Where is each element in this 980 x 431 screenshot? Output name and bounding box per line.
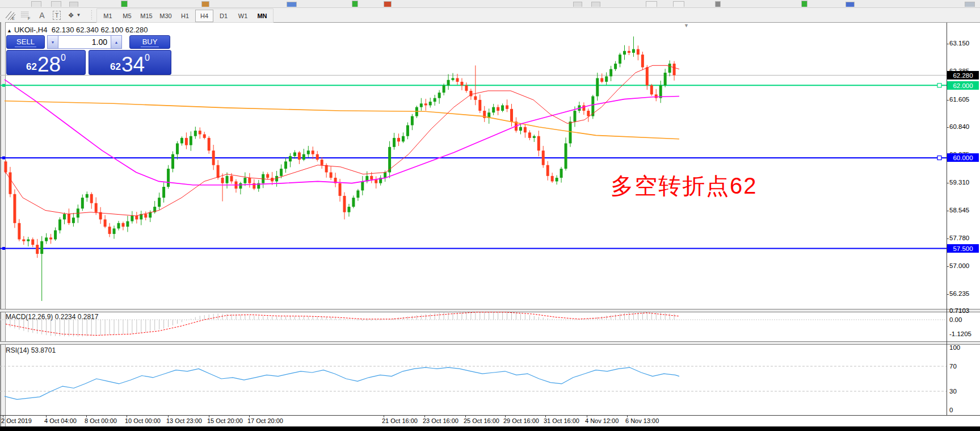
- main-chart-plot[interactable]: [0, 23, 947, 309]
- macd-axis-label: -1.1205: [949, 330, 971, 337]
- timeframe-button-m5[interactable]: M5: [118, 10, 136, 22]
- candles-series: [5, 36, 676, 301]
- toolbar-icon-fragment[interactable]: [352, 1, 358, 7]
- rsi-plot: [0, 344, 947, 415]
- price-tick: [947, 100, 949, 101]
- time-axis-label: 29 Oct 16:00: [503, 417, 539, 424]
- hline-62000-left-handle: [2, 84, 5, 87]
- toolbar-icon-fragment[interactable]: [715, 1, 721, 7]
- toolbar-icon-fragment[interactable]: [69, 2, 78, 7]
- time-axis-label: 17 Oct 20:00: [247, 417, 283, 424]
- timeframe-button-mn[interactable]: MN: [253, 10, 271, 22]
- ma-fast-red: [5, 65, 679, 216]
- toolbar-icon-fragment[interactable]: [287, 2, 297, 7]
- toolbar-icon-fragment[interactable]: [31, 1, 41, 7]
- price-axis-label: 57.000: [949, 262, 969, 269]
- equidistant-channel-icon[interactable]: E: [3, 9, 17, 21]
- timeframe-button-w1[interactable]: W1: [234, 10, 252, 22]
- rsi-axis-label: 0: [949, 407, 953, 413]
- toolbar-icon-fragment[interactable]: [573, 2, 582, 7]
- toolbar-icon-fragment[interactable]: [801, 1, 807, 7]
- rsi-axis-label: 100: [949, 344, 960, 351]
- macd-histogram: [6, 312, 674, 337]
- time-axis-line: [0, 415, 980, 416]
- rsi-axis-label: 70: [949, 363, 957, 370]
- toolbar-icon-fragment[interactable]: [965, 2, 975, 7]
- macd-signal-line: [6, 312, 679, 336]
- price-axis-label: 59.310: [949, 179, 969, 186]
- price-tick: [947, 211, 949, 211]
- price-axis-label: 56.235: [949, 290, 969, 297]
- price-axis-label: 57.780: [949, 235, 969, 241]
- hline-57500-left-handle: [2, 247, 5, 250]
- toolbar-top-strip: [0, 0, 980, 8]
- macd-plot: [0, 312, 947, 341]
- timeframe-button-h1[interactable]: H1: [176, 10, 194, 22]
- toolbar-icon-fragment[interactable]: [591, 2, 600, 7]
- hline-60000-handle: [937, 156, 941, 160]
- toolbar-icon-fragment[interactable]: [646, 1, 657, 7]
- mt4-terminal: E F A T ❖▼ M1M5M15M30H1H4D1W1MN ▲UK: [0, 0, 980, 431]
- time-axis-label: 2 Oct 2019: [1, 417, 32, 424]
- time-axis-label: 15 Oct 20:00: [207, 417, 243, 424]
- time-axis-label: 8 Oct 00:00: [85, 417, 117, 424]
- time-axis-label: 25 Oct 16:00: [464, 417, 499, 424]
- time-axis-label: 21 Oct 16:00: [382, 417, 418, 424]
- text-icon[interactable]: A: [35, 9, 49, 21]
- svg-text:E: E: [12, 16, 15, 20]
- toolbar-icon-fragment[interactable]: [673, 1, 684, 7]
- bottom-black-bar: [0, 426, 980, 431]
- price-tick: [947, 183, 949, 183]
- toolbar-icon-fragment[interactable]: [201, 1, 209, 7]
- svg-text:F: F: [28, 16, 30, 20]
- hline-62-box: 62.000: [947, 81, 979, 90]
- timeframe-toolbar: M1M5M15M30H1H4D1W1MN: [96, 9, 274, 23]
- toolbar-icon-fragment[interactable]: [51, 1, 61, 7]
- timeframe-button-m30[interactable]: M30: [157, 10, 175, 22]
- hline-60000-left-handle: [2, 156, 5, 159]
- price-tick: [947, 127, 949, 128]
- toolbar-icon-fragment[interactable]: [121, 1, 128, 7]
- current-price-box: 62.280: [947, 71, 979, 79]
- time-axis-label: 10 Oct 00:00: [125, 417, 161, 424]
- time-axis-label: 13 Oct 23:00: [166, 417, 202, 424]
- time-axis-label: 4 Nov 12:00: [585, 417, 619, 424]
- rsi-line: [5, 367, 679, 399]
- timeframe-button-d1[interactable]: D1: [214, 10, 233, 22]
- time-axis-label: 4 Oct 04:00: [44, 417, 77, 424]
- fibonacci-icon[interactable]: F: [19, 9, 33, 21]
- macd-axis-label: 0.7103: [949, 307, 969, 314]
- price-tick: [947, 294, 949, 295]
- timeframe-button-h4[interactable]: H4: [195, 10, 213, 22]
- price-tick: [947, 238, 949, 239]
- price-axis-label: 58.545: [949, 207, 969, 214]
- timeframe-button-m1[interactable]: M1: [99, 10, 117, 22]
- hline-62000-handle: [937, 83, 941, 87]
- price-tick: [947, 266, 949, 267]
- toolbar-grip: [91, 10, 93, 20]
- text-label-icon[interactable]: T: [50, 9, 64, 21]
- timeframe-button-m15[interactable]: M15: [137, 10, 155, 22]
- hline-60-box: 60.000: [947, 153, 979, 162]
- time-axis-label: 31 Oct 16:00: [544, 417, 579, 424]
- toolbar-icon-fragment[interactable]: [384, 1, 392, 7]
- time-axis-label: 6 Nov 13:00: [625, 417, 659, 424]
- time-axis-label: 23 Oct 16:00: [423, 417, 459, 424]
- price-tick: [947, 44, 949, 44]
- price-axis-label: 60.840: [949, 123, 969, 130]
- macd-axis-label: 0.00: [949, 316, 962, 323]
- arrows-icon[interactable]: ❖▼: [65, 9, 84, 21]
- toolbar-icon-fragment[interactable]: [846, 2, 855, 7]
- rsi-axis-label: 30: [949, 388, 957, 395]
- toolbar-main: E F A T ❖▼ M1M5M15M30H1H4D1W1MN: [0, 8, 980, 23]
- price-axis-label: 61.605: [949, 96, 969, 103]
- price-axis-label: 63.150: [949, 40, 969, 47]
- hline-575-box: 57.500: [947, 244, 979, 253]
